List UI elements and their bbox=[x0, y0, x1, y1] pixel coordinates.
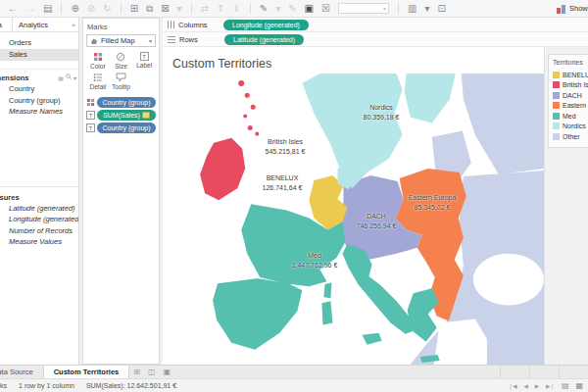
field-latitude[interactable]: Latitude (generated) bbox=[0, 203, 78, 215]
color-icon bbox=[93, 52, 103, 62]
rows-pill-latitude[interactable]: Latitude (generated) bbox=[224, 34, 304, 45]
europe-map bbox=[163, 74, 544, 365]
measures-header: Measures bbox=[0, 189, 78, 203]
territory-med-italy[interactable] bbox=[342, 244, 416, 334]
first-page-icon[interactable]: ❘◀ bbox=[509, 383, 517, 389]
new-worksheet-icon[interactable]: ⊞ bbox=[129, 366, 144, 378]
field-country-group[interactable]: Country (group) bbox=[0, 95, 78, 107]
legend-item-eastern-europa[interactable]: Eastern Europa bbox=[553, 101, 588, 112]
chevron-down-icon[interactable]: ▾ bbox=[74, 74, 76, 84]
toolbar-separator bbox=[250, 3, 251, 14]
tooltip-icon bbox=[116, 73, 126, 82]
mark-type-value: Filled Map bbox=[101, 36, 135, 45]
columns-pill-longitude[interactable]: Longitude (generated) bbox=[223, 20, 309, 30]
color-legend: Territories BENELUX British Isles DACH E… bbox=[548, 54, 588, 148]
territory-med-corsica[interactable] bbox=[323, 282, 331, 298]
field-measure-names[interactable]: Measure Names bbox=[0, 106, 78, 118]
aegean-sea bbox=[434, 319, 487, 365]
columns-shelf[interactable]: Columns Longitude (generated) bbox=[163, 18, 588, 32]
new-dashboard-icon[interactable]: ◫ bbox=[144, 366, 160, 378]
tab-data[interactable]: Data bbox=[0, 18, 12, 31]
tab-analytics[interactable]: Analytics bbox=[12, 18, 54, 31]
territory-british-isle[interactable] bbox=[251, 105, 256, 110]
highlight-dropdown[interactable]: ▾ bbox=[338, 3, 389, 14]
save-icon[interactable]: ▤ bbox=[39, 0, 56, 17]
main-area: Data Analytics ⌖ Orders Sales Dimensions… bbox=[0, 18, 588, 365]
territory-med-sicily[interactable] bbox=[363, 333, 382, 345]
tab-data-source[interactable]: Data Source bbox=[0, 366, 43, 378]
pane-splitter[interactable] bbox=[0, 186, 78, 187]
new-worksheet-icon[interactable]: ⊞ bbox=[126, 0, 142, 17]
swap-rows-columns-icon[interactable]: ⇄ bbox=[197, 0, 213, 17]
pause-auto-updates-icon[interactable]: ⊘ bbox=[83, 0, 99, 17]
field-measure-values[interactable]: Measure Values bbox=[0, 236, 78, 248]
tab-custom-territories[interactable]: Custom Territories bbox=[43, 366, 130, 378]
territory-british-isle[interactable] bbox=[255, 132, 259, 136]
show-tabs-icon[interactable]: ▤ bbox=[562, 381, 569, 390]
view-as-icon[interactable]: ▤ bbox=[58, 74, 64, 84]
legend-item-other[interactable]: Other bbox=[553, 131, 588, 142]
show-me-button[interactable]: Show Me bbox=[557, 0, 588, 17]
datasource-orders[interactable]: Orders bbox=[0, 37, 78, 49]
label-button[interactable]: T Label bbox=[132, 52, 156, 70]
clear-sheet-icon[interactable]: ⊠ bbox=[157, 0, 172, 17]
territory-other-russia[interactable] bbox=[462, 74, 544, 174]
color-button[interactable]: Color bbox=[86, 52, 110, 70]
legend-item-med[interactable]: Med bbox=[553, 111, 588, 122]
last-page-icon[interactable]: ▶❘ bbox=[546, 383, 555, 389]
field-longitude[interactable]: Longitude (generated) bbox=[0, 214, 78, 225]
rows-shelf[interactable]: Rows Latitude (generated) bbox=[163, 32, 588, 47]
pill-sum-sales[interactable]: SUM(Sales) bbox=[97, 110, 156, 121]
field-country[interactable]: Country bbox=[0, 83, 78, 95]
sort-ascending-icon[interactable]: ⇑ bbox=[213, 0, 228, 17]
format-icon[interactable]: ✎ bbox=[284, 0, 300, 17]
previous-page-icon[interactable]: ◀ bbox=[524, 383, 528, 389]
territory-british-isle[interactable] bbox=[248, 125, 253, 130]
highlight-icon[interactable]: ✎ bbox=[256, 0, 271, 17]
marks-pills: Country (group) T SUM(Sales) T Country (… bbox=[86, 97, 156, 133]
clear-highlight-icon[interactable]: ☒ bbox=[318, 0, 334, 17]
pill-country-group-color[interactable]: Country (group) bbox=[97, 97, 156, 108]
size-button[interactable]: Size bbox=[110, 52, 133, 70]
sheet-sorter-icon[interactable]: ▦ bbox=[575, 381, 583, 390]
legend-item-nordics[interactable]: Nordics bbox=[553, 122, 588, 132]
fit-selector-icon[interactable]: ▥ bbox=[404, 0, 420, 17]
territory-british-isle[interactable] bbox=[243, 114, 247, 118]
new-data-source-icon[interactable]: ⊕ bbox=[67, 0, 82, 17]
undo-icon[interactable]: ← bbox=[4, 0, 22, 17]
sort-descending-icon[interactable]: ⇓ bbox=[228, 0, 244, 17]
map-canvas[interactable]: Nordics80.359,18 € British Isles545.215,… bbox=[163, 74, 544, 365]
clear-sheet-caret-icon[interactable]: ▾ bbox=[173, 0, 186, 17]
mark-type-dropdown[interactable]: Filled Map ▾ bbox=[86, 34, 156, 47]
legend-item-benelux[interactable]: BENELUX bbox=[553, 70, 588, 80]
duplicate-sheet-icon[interactable]: ⧉ bbox=[142, 0, 157, 17]
datasource-sales[interactable]: Sales bbox=[0, 49, 78, 61]
fit-caret-icon[interactable]: ▾ bbox=[420, 0, 433, 17]
label-icon: T bbox=[86, 123, 95, 132]
redo-icon[interactable]: → bbox=[22, 0, 39, 17]
territory-british-isle[interactable] bbox=[238, 80, 244, 86]
marks-card: Marks Filled Map ▾ Color Size bbox=[82, 18, 160, 365]
presentation-mode-icon[interactable]: ⊡ bbox=[433, 0, 449, 17]
territory-british-ireland[interactable] bbox=[200, 138, 245, 201]
territory-british-isle[interactable] bbox=[245, 93, 250, 98]
territory-med-iberia[interactable] bbox=[213, 278, 302, 350]
run-update-icon[interactable]: ↻ bbox=[99, 0, 115, 17]
new-story-icon[interactable]: ▣ bbox=[160, 366, 175, 378]
field-number-of-records[interactable]: Number of Records bbox=[0, 225, 78, 237]
pin-icon[interactable]: ⌖ bbox=[72, 18, 78, 31]
show-mark-labels-icon[interactable]: ▣ bbox=[301, 0, 318, 17]
highlight-caret-icon[interactable]: ▾ bbox=[271, 0, 284, 17]
search-icon[interactable] bbox=[66, 74, 72, 84]
tooltip-button[interactable]: Tooltip bbox=[110, 73, 133, 90]
map-label-british-isles: British Isles545.215,81 € bbox=[266, 137, 306, 156]
territory-nordics-finland[interactable] bbox=[405, 74, 456, 123]
size-icon bbox=[116, 52, 125, 62]
legend-item-british-isles[interactable]: British Isles bbox=[553, 80, 588, 91]
legend-item-dach[interactable]: DACH bbox=[553, 90, 588, 101]
pill-country-group-label[interactable]: Country (group) bbox=[97, 122, 156, 133]
next-page-icon[interactable]: ▶ bbox=[535, 383, 539, 389]
territory-med-sardinia[interactable] bbox=[321, 301, 332, 324]
territory-med-greece[interactable] bbox=[408, 288, 439, 342]
detail-button[interactable]: Detail bbox=[86, 73, 110, 90]
